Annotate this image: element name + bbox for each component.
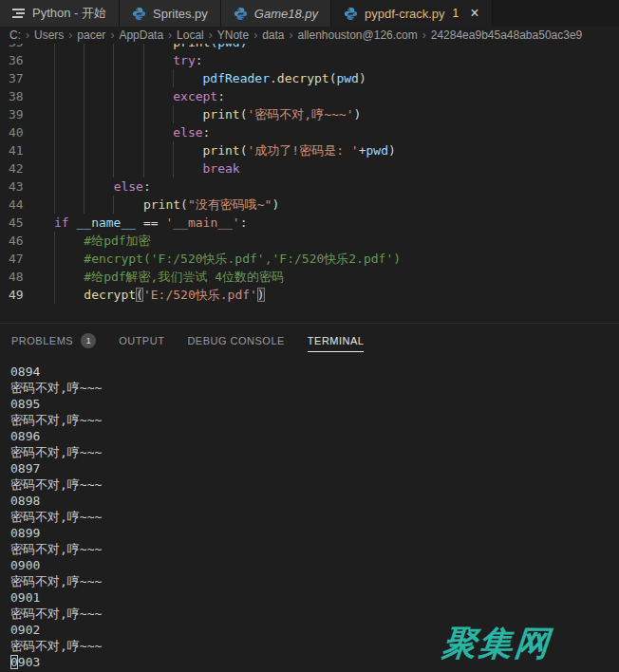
indent-guide: [84, 177, 84, 196]
indent-guide: [173, 105, 174, 123]
indent-guide: [54, 87, 55, 105]
line-number: 35: [0, 44, 54, 51]
code-line[interactable]: 44 print("没有密码哦~"): [0, 196, 619, 214]
breadcrumb-item[interactable]: pacer: [77, 28, 105, 42]
breadcrumb-item[interactable]: YNote: [217, 28, 249, 42]
tab-output[interactable]: OUTPUT: [119, 329, 164, 352]
code-line[interactable]: 40 else:: [0, 123, 619, 141]
welcome-page-icon: [12, 9, 26, 18]
problems-count-badge: 1: [81, 333, 96, 348]
terminal-line: 密码不对,哼~~~: [10, 541, 619, 557]
tab-bar: Python - 开始 Sprites.py Game18.py pypdf-c…: [0, 0, 619, 27]
terminal-line: 0900: [10, 557, 619, 573]
breadcrumb-separator-icon: ›: [26, 28, 29, 42]
indent-guide: [84, 159, 84, 177]
tab-python-welcome[interactable]: Python - 开始: [0, 0, 120, 27]
line-number: 43: [0, 177, 54, 196]
indent-guide: [113, 69, 114, 87]
breadcrumb-separator-icon: ›: [422, 28, 426, 42]
line-number: 37: [0, 69, 54, 87]
code-line[interactable]: 47 #encrypt('F:/520快乐.pdf','F:/520快乐2.pd…: [0, 250, 619, 268]
code-line[interactable]: 45if __name__ == '__main__':: [0, 214, 619, 232]
code-text: else:: [54, 177, 151, 196]
code-line[interactable]: 38 except:: [0, 87, 619, 105]
breadcrumb-item[interactable]: Users: [34, 28, 64, 42]
code-line[interactable]: 37 pdfReader.decrypt(pwd): [0, 69, 619, 87]
panel-tab-label: OUTPUT: [119, 335, 164, 346]
indent-guide: [113, 141, 114, 159]
breadcrumb-separator-icon: ›: [209, 28, 213, 42]
tab-label: pypdf-crack.py: [365, 7, 445, 21]
terminal-line: 0899: [10, 525, 619, 541]
line-number: 41: [0, 141, 54, 159]
line-number: 46: [0, 232, 54, 250]
indent-guide: [173, 69, 174, 87]
tab-label: Game18.py: [254, 7, 318, 21]
indent-guide: [54, 51, 55, 69]
code-editor[interactable]: 35 print(pwd)36 try:37 pdfReader.decrypt…: [0, 44, 619, 323]
indent-guide: [54, 196, 55, 214]
indent-guide: [143, 44, 144, 51]
breadcrumb-item[interactable]: Local: [177, 28, 204, 42]
tab-problems[interactable]: PROBLEMS 1: [11, 327, 96, 354]
tab-game18-py[interactable]: Game18.py: [221, 0, 331, 27]
breadcrumb-item[interactable]: 24284ea9b45a48aba50ac3e9: [431, 28, 583, 42]
python-icon: [132, 7, 146, 21]
breadcrumb-item[interactable]: data: [262, 28, 284, 42]
terminal-cursor: 0: [10, 655, 18, 669]
indent-guide: [113, 159, 114, 177]
indent-guide: [143, 159, 144, 177]
terminal-line: 密码不对,哼~~~: [10, 509, 619, 525]
indent-guide: [113, 87, 114, 105]
terminal-line: 密码不对,哼~~~: [10, 412, 619, 428]
indent-guide: [113, 51, 114, 69]
code-line[interactable]: 35 print(pwd): [0, 44, 619, 51]
indent-guide: [84, 51, 84, 69]
indent-guide: [173, 141, 174, 159]
indent-guide: [84, 87, 84, 105]
indent-guide: [84, 105, 84, 123]
code-line[interactable]: 46 #给pdf加密: [0, 232, 619, 250]
indent-guide: [54, 105, 55, 123]
indent-guide: [143, 105, 144, 123]
code-text: break: [54, 159, 240, 177]
indent-guide: [54, 232, 55, 250]
line-number: 48: [0, 268, 54, 286]
indent-guide: [54, 268, 55, 286]
line-number: 39: [0, 105, 54, 123]
tab-debug-console[interactable]: DEBUG CONSOLE: [187, 329, 284, 352]
tab-sprites-py[interactable]: Sprites.py: [120, 0, 221, 27]
code-text: print('成功了!密码是: '+pwd): [54, 141, 396, 159]
breadcrumb-item[interactable]: C:: [9, 28, 21, 42]
code-line[interactable]: 39 print('密码不对,哼~~~'): [0, 105, 619, 123]
indent-guide: [84, 123, 84, 141]
tab-terminal[interactable]: TERMINAL: [308, 329, 365, 352]
code-line[interactable]: 48 #给pdf解密,我们尝试 4位数的密码: [0, 268, 619, 286]
code-line[interactable]: 49 decrypt('E:/520快乐.pdf'): [0, 286, 619, 304]
indent-guide: [113, 196, 114, 214]
breadcrumb-separator-icon: ›: [168, 28, 172, 42]
terminal-line: 密码不对,哼~~~: [10, 380, 619, 396]
code-text: print('密码不对,哼~~~'): [54, 105, 361, 123]
breadcrumb-separator-icon: ›: [110, 28, 114, 42]
code-line[interactable]: 42 break: [0, 159, 619, 177]
indent-guide: [84, 141, 84, 159]
terminal-line: 0903: [10, 654, 619, 670]
close-icon[interactable]: ×: [470, 6, 478, 21]
terminal-line: 密码不对,哼~~~: [10, 638, 619, 654]
terminal-line: 密码不对,哼~~~: [10, 476, 619, 493]
breadcrumb-separator-icon: ›: [68, 28, 72, 42]
code-line[interactable]: 41 print('成功了!密码是: '+pwd): [0, 141, 619, 159]
line-number: 40: [0, 123, 54, 141]
indent-guide: [143, 51, 144, 69]
code-line[interactable]: 36 try:: [0, 51, 619, 69]
terminal-line: 0897: [10, 460, 619, 476]
terminal-output[interactable]: 0894密码不对,哼~~~0895密码不对,哼~~~0896密码不对,哼~~~0…: [0, 357, 619, 672]
line-number: 36: [0, 51, 54, 69]
breadcrumb-item[interactable]: AppData: [119, 28, 163, 42]
panel-tab-label: TERMINAL: [308, 335, 365, 346]
code-line[interactable]: 43 else:: [0, 177, 619, 196]
breadcrumb-item[interactable]: allenhouston@126.com: [297, 28, 417, 42]
tab-pypdf-crack-py[interactable]: pypdf-crack.py 1 ×: [331, 0, 493, 27]
tab-badge: 1: [453, 7, 460, 20]
